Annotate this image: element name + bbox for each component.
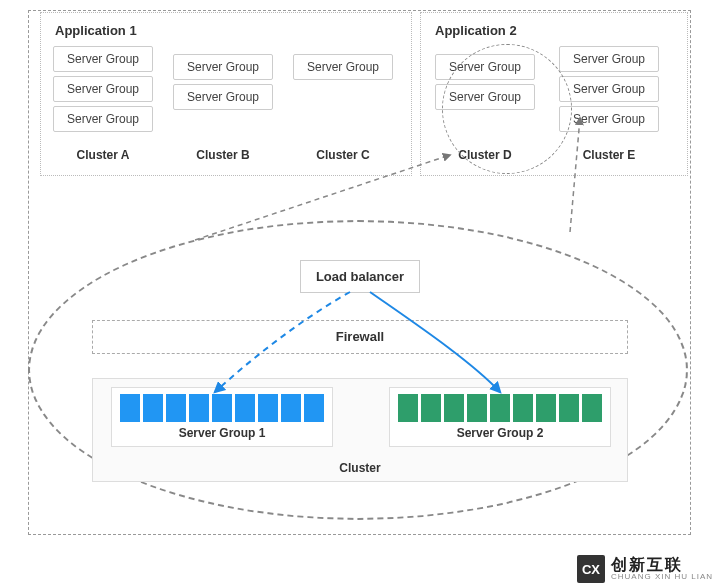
app1-title: Application 1 <box>55 23 403 38</box>
server-group-box: Server Group <box>173 54 273 80</box>
instance-icon <box>582 394 602 422</box>
server-group-box: Server Group <box>53 106 153 132</box>
cluster-e-label: Cluster E <box>553 148 665 162</box>
server-group-1-label: Server Group 1 <box>118 426 326 440</box>
cluster-d-label: Cluster D <box>429 148 541 162</box>
cluster-e: Server Group Server Group Server Group C… <box>553 46 665 162</box>
watermark-logo-icon: CX <box>577 555 605 583</box>
server-group-box: Server Group <box>559 106 659 132</box>
cluster-b: Server Group Server Group Cluster B <box>169 46 277 162</box>
instance-icon <box>166 394 186 422</box>
server-group-box: Server Group <box>53 46 153 72</box>
instance-icon <box>536 394 556 422</box>
instance-icon <box>258 394 278 422</box>
server-group-2: Server Group 2 <box>389 387 611 447</box>
app2-title: Application 2 <box>435 23 679 38</box>
instance-icon <box>559 394 579 422</box>
instance-icon <box>490 394 510 422</box>
server-group-box: Server Group <box>293 54 393 80</box>
cluster-a: Server Group Server Group Server Group C… <box>49 46 157 162</box>
server-group-2-label: Server Group 2 <box>396 426 604 440</box>
cluster-c: Server Group Cluster C <box>289 46 397 162</box>
instance-icon <box>189 394 209 422</box>
instances-row <box>118 394 326 422</box>
firewall: Firewall <box>92 320 628 354</box>
cluster-d: Server Group Server Group Cluster D <box>429 46 541 162</box>
watermark-text-cn: 创新互联 <box>611 557 713 573</box>
server-group-box: Server Group <box>559 76 659 102</box>
instance-icon <box>235 394 255 422</box>
instance-icon <box>444 394 464 422</box>
cluster-c-label: Cluster C <box>289 148 397 162</box>
watermark: CX 创新互联 CHUANG XIN HU LIAN <box>571 553 719 585</box>
bottom-cluster-label: Cluster <box>93 461 627 475</box>
application-1: Application 1 Server Group Server Group … <box>40 12 412 176</box>
watermark-text-en: CHUANG XIN HU LIAN <box>611 573 713 581</box>
instance-icon <box>398 394 418 422</box>
instance-icon <box>304 394 324 422</box>
instances-row <box>396 394 604 422</box>
instance-icon <box>143 394 163 422</box>
server-group-box: Server Group <box>559 46 659 72</box>
load-balancer: Load balancer <box>300 260 420 293</box>
cluster-b-label: Cluster B <box>169 148 277 162</box>
server-group-1: Server Group 1 <box>111 387 333 447</box>
cluster-a-label: Cluster A <box>49 148 157 162</box>
instance-icon <box>421 394 441 422</box>
server-group-box: Server Group <box>173 84 273 110</box>
instance-icon <box>120 394 140 422</box>
server-group-box: Server Group <box>435 54 535 80</box>
instance-icon <box>281 394 301 422</box>
server-group-box: Server Group <box>53 76 153 102</box>
server-group-box: Server Group <box>435 84 535 110</box>
instance-icon <box>467 394 487 422</box>
instance-icon <box>212 394 232 422</box>
instance-icon <box>513 394 533 422</box>
bottom-cluster: Server Group 1 Server Group 2 Cluster <box>92 378 628 482</box>
application-2: Application 2 Server Group Server Group … <box>420 12 688 176</box>
